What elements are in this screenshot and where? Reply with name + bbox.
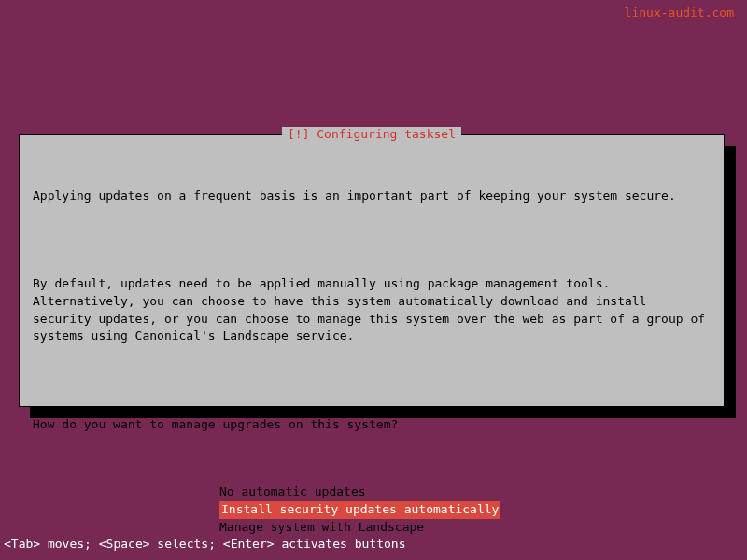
dialog-paragraph-1: Applying updates on a frequent basis is … bbox=[33, 188, 711, 205]
dialog-prompt: How do you want to manage upgrades on th… bbox=[33, 416, 711, 434]
dialog-paragraph-2: By default, updates need to be applied m… bbox=[33, 275, 711, 345]
option-manage-landscape[interactable]: Manage system with Landscape bbox=[219, 519, 424, 537]
option-no-auto-updates[interactable]: No automatic updates bbox=[219, 483, 366, 501]
options-list: No automatic updates Install security up… bbox=[219, 483, 711, 537]
dialog-body: Applying updates on a frequent basis is … bbox=[33, 152, 711, 469]
footer-navigation-hint: <Tab> moves; <Space> selects; <Enter> ac… bbox=[4, 537, 405, 551]
dialog-title-wrap: [!] Configuring tasksel bbox=[20, 127, 724, 141]
watermark-text: linux-audit.com bbox=[625, 6, 734, 20]
dialog-title: [!] Configuring tasksel bbox=[282, 127, 461, 141]
dialog-box: [!] Configuring tasksel Applying updates… bbox=[19, 134, 725, 407]
option-install-security-updates[interactable]: Install security updates automatically bbox=[219, 501, 500, 519]
